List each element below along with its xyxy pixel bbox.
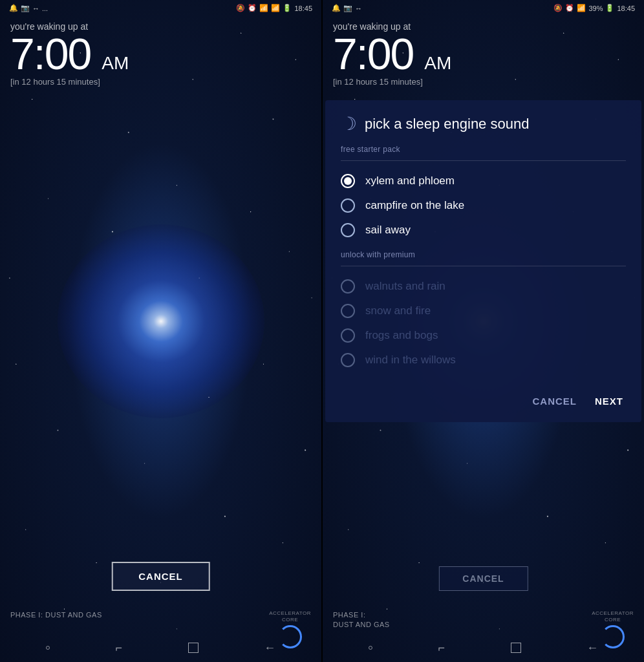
sync-icon-r: ↔ — [355, 5, 362, 12]
cancel-button-left[interactable]: CANCEL — [111, 562, 210, 591]
phase-label-right: PHASE I:DUST AND GAS — [333, 610, 390, 630]
radio-walnuts — [341, 279, 355, 294]
wake-time-left: 7:00 AM — [0, 32, 321, 76]
nav-recents-left[interactable]: ⌐ — [115, 641, 122, 655]
dialog-cancel-button[interactable]: CANCEL — [530, 390, 579, 412]
accelerator-label-left: ACCELERATORCORE — [269, 610, 311, 624]
dialog-title: pick a sleep engine sound — [365, 116, 529, 133]
camera-icon: 📷 — [21, 4, 30, 12]
mute-icon: 🔕 — [236, 4, 245, 12]
premium-divider — [341, 266, 626, 266]
phase-label-left: PHASE I: DUST AND GAS — [10, 610, 102, 620]
radio-snow — [341, 304, 355, 318]
option-frogs-label: frogs and bogs — [365, 329, 438, 342]
wake-countdown-right: [in 12 hours 15 minutes] — [323, 76, 644, 87]
dialog-actions: CANCEL NEXT — [341, 385, 626, 412]
alarm-icon: 🔔 — [9, 4, 18, 12]
nav-square-right[interactable] — [511, 643, 521, 653]
wake-ampm-left: AM — [102, 53, 129, 73]
accelerator-label-right: ACCELERATORCORE — [592, 610, 634, 624]
sync-icon: ↔ — [32, 5, 39, 12]
option-walnuts-label: walnuts and rain — [365, 280, 445, 293]
radio-campfire[interactable] — [341, 198, 355, 213]
premium-section-label: unlock with premium — [341, 250, 626, 259]
wake-time-digits-r: 7:00 — [333, 29, 413, 78]
left-screen: 🔔 📷 ↔ ... 🔕 ⏰ 📶 📶 🔋 18:45 you're waking … — [0, 0, 321, 662]
nav-recents-right[interactable]: ⌐ — [438, 641, 445, 655]
nav-back-left[interactable]: ← — [264, 641, 275, 655]
time-display-r: 18:45 — [617, 5, 635, 12]
option-frogs: frogs and bogs — [341, 323, 626, 348]
wake-time-digits: 7:00 — [10, 29, 91, 78]
wifi-icon-r: 📶 — [577, 4, 586, 12]
radio-sail[interactable] — [341, 223, 355, 237]
battery-pct-r: 39% — [588, 5, 603, 12]
status-right-icons-right: 🔕 ⏰ 📶 39% 🔋 18:45 — [553, 4, 635, 12]
cancel-button-right[interactable]: CANCEL — [438, 566, 528, 591]
dialog-next-button[interactable]: NEXT — [592, 390, 626, 412]
nav-square-left[interactable] — [188, 643, 199, 653]
status-left-icons-right: 🔔 📷 ↔ — [332, 4, 362, 12]
nav-back-right[interactable]: ← — [586, 641, 598, 655]
nav-bar-left: ⌐ ← — [0, 634, 321, 662]
time-display: 18:45 — [294, 5, 312, 12]
radio-wind — [341, 353, 355, 367]
free-divider — [341, 160, 626, 161]
option-campfire[interactable]: campfire on the lake — [341, 193, 626, 218]
option-wind: wind in the willows — [341, 348, 626, 372]
wake-time-right: 7:00 AM — [323, 32, 644, 76]
status-right-icons: 🔕 ⏰ 📶 📶 🔋 18:45 — [236, 4, 312, 12]
camera-icon-r: 📷 — [343, 4, 352, 12]
more-icon: ... — [42, 5, 48, 12]
status-bar-right: 🔔 📷 ↔ 🔕 ⏰ 📶 39% 🔋 18:45 — [323, 0, 644, 16]
status-bar-left: 🔔 📷 ↔ ... 🔕 ⏰ 📶 📶 🔋 18:45 — [0, 0, 321, 16]
alarm2-icon-r: ⏰ — [565, 4, 574, 12]
radio-xylem[interactable] — [341, 174, 355, 188]
wake-ampm-right: AM — [424, 53, 451, 73]
dialog-title-row: ☽ pick a sleep engine sound — [341, 113, 626, 134]
mute-icon-r: 🔕 — [553, 4, 563, 12]
status-left-icons: 🔔 📷 ↔ ... — [9, 4, 48, 12]
nav-bar-right: ⌐ ← — [323, 634, 644, 662]
option-snow-label: snow and fire — [365, 304, 431, 317]
wifi-icon: 📶 — [259, 4, 268, 12]
option-sail[interactable]: sail away — [341, 218, 626, 242]
alarm-icon-r: 🔔 — [332, 4, 341, 12]
wake-countdown-left: [in 12 hours 15 minutes] — [0, 76, 321, 87]
battery-icon: 🔋 — [283, 4, 292, 12]
alarm2-icon: ⏰ — [248, 4, 257, 12]
radio-frogs — [341, 328, 355, 343]
option-walnuts: walnuts and rain — [341, 274, 626, 299]
option-wind-label: wind in the willows — [365, 354, 456, 367]
option-campfire-label: campfire on the lake — [365, 199, 464, 212]
sleep-sound-dialog: ☽ pick a sleep engine sound free starter… — [325, 100, 641, 422]
premium-section: unlock with premium walnuts and rain sno… — [341, 250, 626, 372]
option-sail-label: sail away — [365, 224, 411, 237]
right-screen: 🔔 📷 ↔ 🔕 ⏰ 📶 39% 🔋 18:45 you're waking up… — [323, 0, 644, 662]
radio-xylem-inner — [344, 177, 352, 185]
moon-icon: ☽ — [341, 113, 357, 134]
option-snow: snow and fire — [341, 299, 626, 323]
nav-dot-right[interactable] — [369, 646, 372, 650]
battery-icon-r: 🔋 — [605, 4, 614, 12]
battery-pct: 📶 — [271, 4, 280, 12]
option-xylem[interactable]: xylem and phloem — [341, 169, 626, 193]
option-xylem-label: xylem and phloem — [365, 175, 455, 187]
free-section-label: free starter pack — [341, 145, 626, 154]
nav-dot-left[interactable] — [46, 646, 50, 650]
